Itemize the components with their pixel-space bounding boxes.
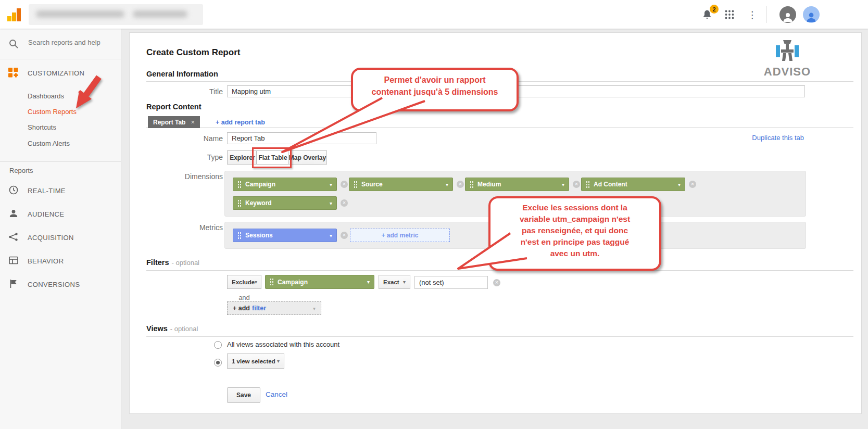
chevron-down-icon: [277, 358, 280, 364]
title-label: Title: [130, 87, 223, 96]
search-input[interactable]: [27, 38, 118, 47]
chevron-down-icon: [367, 279, 370, 285]
person-icon: [8, 208, 19, 219]
sidebar-divider: [0, 161, 121, 162]
filter-and-label: and: [227, 294, 261, 301]
adviso-logo: ADVISO: [756, 40, 819, 79]
dimension-pill-keyword[interactable]: Keyword: [233, 196, 337, 210]
dimensions-label: Dimensions: [130, 172, 223, 181]
metrics-label: Metrics: [130, 223, 223, 232]
remove-dimension-icon[interactable]: [341, 199, 348, 207]
section-filters: Filters- optional: [146, 258, 199, 267]
sidebar-item-shortcuts[interactable]: Shortcuts: [28, 123, 56, 131]
sidebar-item-conversions[interactable]: CONVERSIONS: [0, 277, 121, 293]
filter-value-input[interactable]: [414, 276, 488, 289]
sidebar-item-dashboards[interactable]: Dashboards: [28, 92, 64, 100]
sidebar-item-behavior[interactable]: BEHAVIOR: [0, 254, 121, 269]
apps-grid-button[interactable]: [724, 9, 735, 20]
all-views-label: All views associated with this account: [227, 340, 339, 348]
remove-dimension-icon[interactable]: [573, 181, 580, 188]
remove-dimension-icon[interactable]: [457, 181, 464, 188]
user-avatar-blue[interactable]: [803, 6, 820, 23]
chevron-down-icon: [313, 306, 316, 311]
dimension-pill-source[interactable]: Source: [349, 178, 453, 191]
drag-handle-icon[interactable]: [237, 181, 242, 188]
more-options-kebab-icon[interactable]: ⋮: [748, 9, 757, 20]
radio-selected-views[interactable]: [214, 359, 222, 367]
remove-filter-icon[interactable]: [493, 279, 500, 286]
section-views: Views- optional: [146, 324, 198, 333]
annotation-callout-dimensions: Permet d'avoir un rapport contenant jusq…: [351, 68, 519, 111]
app-header: 2 ⋮: [0, 0, 868, 29]
sidebar-item-acquisition[interactable]: ACQUISITION: [0, 230, 121, 246]
branch-icon: [8, 232, 19, 242]
person-icon: [804, 10, 818, 23]
section-divider: [146, 336, 853, 337]
save-button[interactable]: Save: [227, 387, 260, 403]
close-tab-icon[interactable]: [185, 118, 195, 126]
window-icon: [8, 255, 19, 266]
chevron-down-icon: [330, 182, 332, 187]
sidebar-item-custom-reports[interactable]: Custom Reports: [28, 108, 77, 116]
apps-grid-icon: [725, 10, 734, 19]
radio-all-views[interactable]: [214, 341, 222, 349]
dimension-pill-ad-content[interactable]: Ad Content: [581, 178, 685, 191]
customization-section-title[interactable]: CUSTOMIZATION: [28, 69, 84, 77]
page-title: Create Custom Report: [146, 47, 240, 58]
duplicate-tab-link[interactable]: Duplicate this tab: [752, 134, 804, 142]
sidebar: CUSTOMIZATION Dashboards Custom Reports …: [0, 29, 121, 429]
notifications-bell-button[interactable]: 2: [700, 8, 714, 21]
clock-icon: [8, 185, 19, 195]
filter-operator-dropdown[interactable]: Exclude: [227, 275, 261, 289]
type-label: Type: [130, 153, 223, 161]
search-icon: [8, 39, 19, 49]
account-selector-redacted[interactable]: [29, 4, 203, 25]
analytics-logo-icon[interactable]: [6, 7, 22, 22]
chevron-down-icon: [562, 182, 564, 187]
sidebar-item-custom-alerts[interactable]: Custom Alerts: [28, 140, 70, 147]
search-bar[interactable]: [0, 29, 121, 59]
chevron-down-icon: [330, 200, 332, 206]
remove-metric-icon[interactable]: [341, 232, 348, 239]
report-tab-bar: Report Tab + add report tab: [146, 116, 853, 128]
drag-handle-icon[interactable]: [270, 278, 274, 286]
notifications-count-badge: 2: [710, 5, 719, 14]
drag-handle-icon[interactable]: [586, 181, 590, 188]
chevron-down-icon: [403, 279, 406, 285]
section-general-information: General Information: [146, 70, 218, 78]
chevron-down-icon: [678, 182, 681, 187]
filters-optional-text: - optional: [172, 259, 199, 267]
remove-dimension-icon[interactable]: [341, 181, 348, 188]
add-metric-button[interactable]: + add metric: [350, 229, 450, 242]
annotation-callout-filter: Exclue les sessions dont la variable utm…: [488, 196, 661, 271]
view-selector-dropdown[interactable]: 1 view selected: [227, 354, 284, 369]
views-optional-text: - optional: [170, 325, 198, 333]
sidebar-item-real-time[interactable]: REAL-TIME: [0, 183, 121, 199]
sidebar-item-audience[interactable]: AUDIENCE: [0, 207, 121, 222]
report-tab[interactable]: Report Tab: [148, 116, 200, 128]
drag-handle-icon[interactable]: [470, 181, 474, 188]
section-report-content: Report Content: [146, 103, 202, 111]
filter-dimension-pill-campaign[interactable]: Campaign: [265, 275, 374, 289]
account-avatar-gray[interactable]: [779, 6, 796, 23]
drag-handle-icon[interactable]: [237, 232, 242, 239]
dimension-pill-medium[interactable]: Medium: [465, 178, 569, 191]
person-icon: [781, 10, 795, 23]
name-input[interactable]: [227, 132, 376, 144]
remove-dimension-icon[interactable]: [689, 181, 696, 188]
filter-match-dropdown[interactable]: Exact: [379, 275, 410, 289]
annotation-highlight-flat-table: [252, 147, 292, 168]
add-filter-button[interactable]: + add filter: [227, 301, 321, 315]
chevron-down-icon: [446, 182, 448, 187]
dimension-pill-campaign[interactable]: Campaign: [233, 178, 337, 191]
drag-handle-icon[interactable]: [354, 181, 358, 188]
name-label: Name: [130, 134, 223, 143]
cancel-link[interactable]: Cancel: [266, 390, 287, 398]
metric-pill-sessions[interactable]: Sessions: [233, 229, 337, 242]
reports-section-title: Reports: [9, 167, 33, 174]
drag-handle-icon[interactable]: [237, 199, 242, 207]
add-report-tab-link[interactable]: + add report tab: [216, 119, 265, 126]
chevron-down-icon: [255, 279, 257, 285]
type-map-overlay-button[interactable]: Map Overlay: [288, 150, 327, 165]
adviso-inukshuk-icon: [775, 40, 799, 62]
